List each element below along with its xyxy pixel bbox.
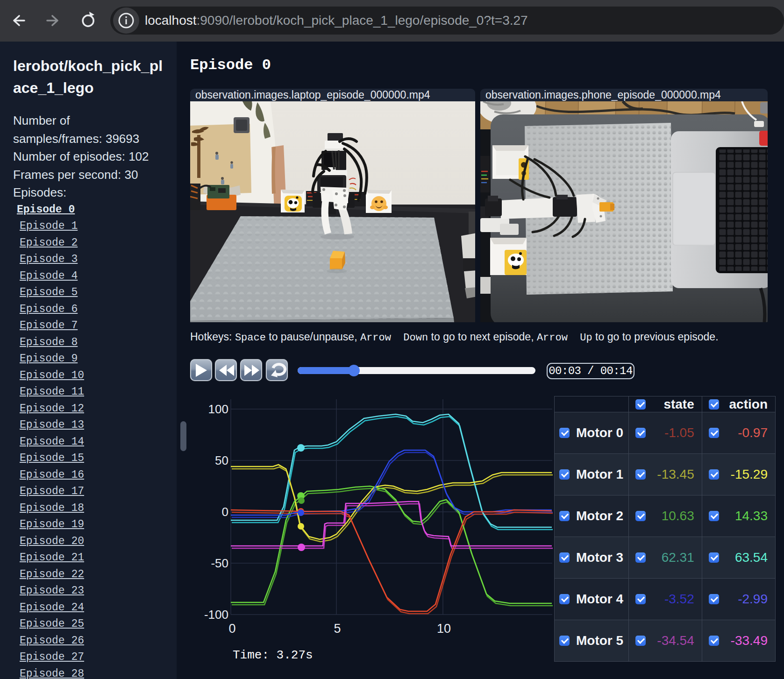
svg-text:-100: -100: [204, 608, 228, 622]
svg-text:0: 0: [222, 505, 228, 519]
svg-text:-50: -50: [211, 556, 228, 570]
svg-text:5: 5: [334, 622, 341, 636]
svg-text:10: 10: [437, 622, 451, 636]
svg-text:0: 0: [228, 622, 235, 636]
svg-text:Time: 3.27s: Time: 3.27s: [233, 648, 313, 662]
svg-text:50: 50: [215, 453, 228, 467]
svg-text:100: 100: [208, 402, 228, 416]
